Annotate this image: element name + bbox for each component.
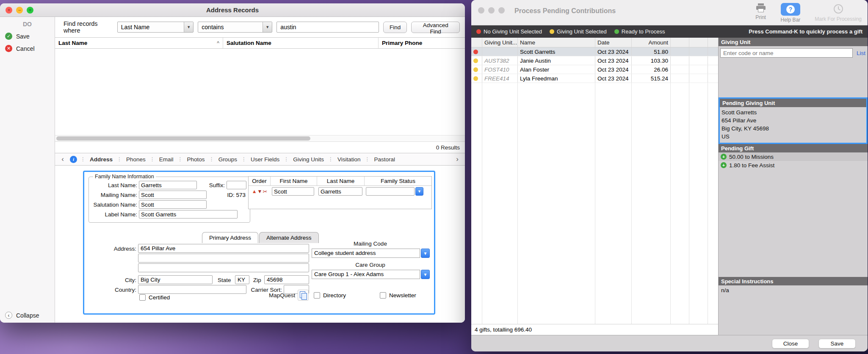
save-button[interactable]: ✓ Save	[0, 30, 55, 42]
tab-primary-address[interactable]: Primary Address	[202, 232, 258, 243]
find-operator-dropdown[interactable]: contains ▼	[198, 22, 272, 33]
move-down-icon[interactable]: ▼	[257, 188, 263, 194]
cancel-button[interactable]: ✕ Cancel	[0, 42, 55, 55]
close-window-icon[interactable]: ×	[6, 7, 12, 14]
tab-address[interactable]: Address	[86, 156, 116, 163]
city-input[interactable]	[138, 275, 213, 284]
scrollbar-thumb[interactable]	[56, 136, 310, 141]
name-column-header[interactable]: Name	[518, 38, 595, 47]
care-group-label: Care Group	[312, 262, 429, 268]
move-up-icon[interactable]: ▲	[252, 188, 257, 194]
mapquest-button[interactable]	[298, 290, 309, 301]
chevron-down-icon[interactable]: ▼	[421, 249, 430, 258]
family-status-dropdown[interactable]: ▼	[366, 187, 423, 196]
newsletter-checkbox[interactable]	[380, 292, 386, 299]
address-window-titlebar[interactable]: × − + Address Records	[0, 3, 465, 17]
find-field-dropdown[interactable]: Last Name ▼	[117, 22, 194, 33]
last-name-input[interactable]	[139, 181, 197, 189]
giving-unit-panel: Giving Unit List Pending Giving Unit Sco…	[719, 38, 868, 335]
country-input[interactable]	[138, 285, 246, 294]
member-last-name-input[interactable]	[318, 187, 362, 196]
tab-separator: ⋮	[365, 156, 370, 162]
date-column-header[interactable]: Date	[595, 38, 632, 47]
giving-unit-header: Giving Unit	[719, 38, 868, 46]
gift-row[interactable]: AUST382 Janie Austin Oct 23 2024 103.30	[471, 56, 718, 65]
help-bar-button[interactable]: ? Help Bar	[781, 3, 801, 23]
mark-for-processing-button[interactable]: Mark For Processing	[815, 3, 862, 22]
tab-email[interactable]: Email	[155, 156, 177, 163]
horizontal-scrollbar[interactable]	[55, 136, 465, 142]
address-line3-input[interactable]	[138, 263, 309, 272]
tab-separator: ⋮	[116, 156, 122, 162]
map-pages-icon	[299, 291, 307, 299]
last-name-label: Last Name:	[91, 182, 137, 188]
state-input[interactable]	[235, 275, 249, 284]
save-button[interactable]: Save	[818, 339, 856, 348]
address-line1-input[interactable]	[138, 244, 309, 253]
tab-phones[interactable]: Phones	[122, 156, 149, 163]
chevron-down-icon[interactable]: ▼	[415, 187, 423, 196]
contributions-window-titlebar[interactable]: Process Pending Contributions Print ? He…	[471, 0, 868, 25]
tabs-scroll-left-icon[interactable]: ‹	[58, 155, 67, 163]
tab-visitation[interactable]: Visitation	[334, 156, 365, 163]
print-button[interactable]: Print	[755, 3, 766, 20]
tab-user-fields[interactable]: User Fields	[247, 156, 283, 163]
pending-gift-label: 1.80 to Fee Assist	[729, 162, 774, 169]
close-window-icon[interactable]	[478, 7, 484, 14]
mailing-code-value: College student address	[312, 249, 420, 258]
giving-unit-search-input[interactable]	[720, 48, 853, 58]
mailing-name-input[interactable]	[139, 191, 207, 199]
remove-member-icon[interactable]: ✂	[263, 188, 267, 195]
suffix-input[interactable]	[227, 181, 246, 189]
pending-gift-item[interactable]: + 1.80 to Fee Assist	[719, 161, 868, 169]
zoom-window-icon[interactable]	[498, 7, 505, 14]
empty-column	[671, 38, 689, 47]
sort-ascending-indicator: ^	[217, 40, 219, 46]
gift-row[interactable]: FREE414 Lyla Freedman Oct 23 2024 515.24	[471, 74, 718, 83]
giving-unit-column-header[interactable]: Giving Unit...	[482, 38, 518, 47]
red-status-icon	[476, 29, 481, 34]
gift-row[interactable]: FOST410 Alan Foster Oct 23 2024 26.06	[471, 65, 718, 74]
giving-unit-code: FOST410	[482, 65, 518, 74]
column-header-primary-phone[interactable]: Primary Phone	[379, 38, 465, 48]
mailing-code-dropdown[interactable]: College student address ▼	[312, 249, 430, 258]
minimize-window-icon[interactable]: −	[16, 7, 23, 14]
status-legend-bar: No Giving Unit Selected Giving Unit Sele…	[471, 25, 868, 38]
directory-checkbox[interactable]	[314, 292, 320, 299]
giver-name: Lyla Freedman	[518, 74, 595, 83]
zip-input[interactable]	[264, 275, 309, 284]
zoom-window-icon[interactable]: +	[27, 7, 33, 14]
tab-alternate-address[interactable]: Alternate Address	[259, 232, 319, 243]
label-name-input[interactable]	[139, 210, 238, 218]
tab-pastoral[interactable]: Pastoral	[370, 156, 399, 163]
zip-label: Zip	[253, 277, 261, 283]
amount-column-header[interactable]: Amount	[632, 38, 671, 47]
mailing-code-label: Mailing Code	[312, 241, 429, 247]
column-header-salutation-name[interactable]: Salutation Name	[223, 38, 379, 48]
record-id-value: ID: 573	[227, 192, 246, 198]
question-mark-icon: ?	[786, 5, 795, 14]
pending-gift-item[interactable]: + 50.00 to Missions	[719, 152, 868, 161]
certified-checkbox[interactable]	[139, 294, 146, 301]
care-group-dropdown[interactable]: Care Group 1 - Alex Adams ▼	[312, 270, 430, 279]
tab-groups[interactable]: Groups	[215, 156, 241, 163]
address-line2-input[interactable]	[138, 254, 309, 263]
close-button[interactable]: Close	[772, 339, 809, 348]
chevron-down-icon[interactable]: ▼	[421, 270, 430, 279]
member-first-name-input[interactable]	[272, 187, 314, 196]
window-footer: Close Save	[471, 335, 868, 351]
gift-row-selected[interactable]: Scott Garretts Oct 23 2024 51.80	[471, 47, 718, 56]
column-header-last-name[interactable]: Last Name ^	[55, 38, 223, 48]
info-tab[interactable]: i	[67, 156, 80, 163]
results-count: 0 Results	[55, 142, 465, 153]
tab-photos[interactable]: Photos	[183, 156, 209, 163]
list-link[interactable]: List	[857, 50, 865, 56]
tabs-scroll-right-icon[interactable]: ›	[453, 155, 462, 163]
find-value-input[interactable]	[276, 22, 379, 33]
salutation-name-input[interactable]	[139, 200, 207, 209]
collapse-button[interactable]: ‹ Collapse	[5, 312, 39, 319]
advanced-find-button[interactable]: Advanced Find	[411, 22, 460, 33]
minimize-window-icon[interactable]	[488, 7, 495, 14]
tab-giving-units[interactable]: Giving Units	[289, 156, 328, 163]
find-button[interactable]: Find	[383, 22, 407, 33]
